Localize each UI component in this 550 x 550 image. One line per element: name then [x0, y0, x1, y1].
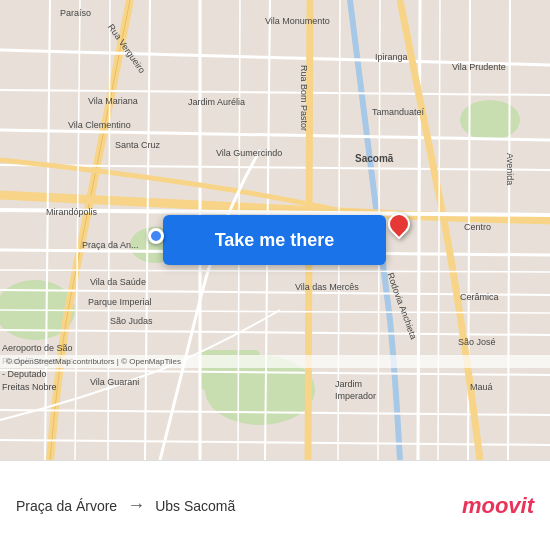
route-info: Praça da Árvore → Ubs Sacomã: [16, 495, 462, 516]
copyright-text: © OpenStreetMap contributors | © OpenMap…: [6, 357, 181, 366]
take-me-there-button[interactable]: Take me there: [163, 215, 386, 265]
moovit-text: moovit: [462, 493, 534, 519]
svg-line-21: [418, 0, 420, 460]
bottom-bar: Praça da Árvore → Ubs Sacomã moovit: [0, 460, 550, 550]
route-from: Praça da Árvore: [16, 498, 117, 514]
copyright-bar: © OpenStreetMap contributors | © OpenMap…: [0, 355, 550, 368]
moovit-logo: moovit: [462, 493, 534, 519]
take-me-there-label: Take me there: [215, 230, 335, 251]
destination-marker: [388, 213, 410, 241]
origin-marker: [148, 228, 164, 244]
route-to: Ubs Sacomã: [155, 498, 235, 514]
map-container: Paraíso Vila Monumento Ipiranga Vila Pru…: [0, 0, 550, 460]
route-arrow: →: [127, 495, 145, 516]
